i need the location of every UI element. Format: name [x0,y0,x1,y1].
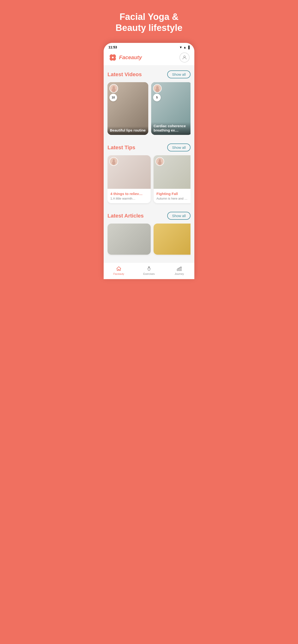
latest-tips-header: Latest Tips Show all [107,144,191,152]
video-avatar-2 [153,84,162,93]
article-card[interactable] [154,224,191,255]
wifi-icon: ▼ [179,46,182,49]
video-card[interactable]: 5 Cardiac coherence breathing ex… [151,82,191,135]
show-all-articles-button[interactable]: Show all [167,212,191,220]
tip-title-1: 4 things to reliev… [110,192,148,196]
articles-row [107,224,191,256]
video-avatar-1 [109,84,118,93]
show-all-tips-button[interactable]: Show all [167,144,191,152]
latest-tips-title: Latest Tips [107,144,135,151]
status-icons: ▼ ▲ ▐ [179,46,190,49]
article-image-1 [107,224,151,255]
journey-icon [176,266,182,272]
tip-card[interactable]: 4 things to reliev… 1.A little warmth… [107,155,151,203]
logo-area: Faceauty [108,53,142,62]
outer-wrapper: Facial Yoga & Beauty lifestyle 11:53 ▼ ▲… [99,0,199,279]
nav-item-exercises[interactable]: Exercises [134,264,164,276]
video-thumbnail-1: 10 Beautiful lips routine [107,82,148,135]
latest-articles-section: Latest Articles Show all [104,207,194,258]
bottom-nav: Faceauty Exercises [104,262,194,279]
nav-label-journey: Journey [175,272,184,275]
nav-item-faceauty[interactable]: Faceauty [104,264,134,276]
status-time: 11:53 [108,45,117,49]
tip-body-1: 4 things to reliev… 1.A little warmth… [107,189,151,203]
signal-icon: ▲ [183,46,186,49]
latest-tips-section: Latest Tips Show all [104,139,194,207]
tips-row: 4 things to reliev… 1.A little warmth… [107,155,191,205]
article-card[interactable] [107,224,151,255]
latest-videos-title: Latest Videos [107,72,142,78]
video-timer-1: 10 [109,94,117,101]
tip-title-2: Fighting Fall [157,192,191,196]
nav-label-faceauty: Faceauty [113,272,124,275]
svg-rect-19 [179,268,180,271]
avatar-face-icon-2 [154,84,161,92]
app-name-label: Faceauty [119,54,142,60]
video-card[interactable]: 10 Beautiful lips routine [107,82,148,135]
profile-icon [182,55,187,60]
tip-image-2 [154,155,191,189]
tip-avatar-icon-2 [156,158,164,165]
status-bar: 11:53 ▼ ▲ ▐ [104,43,194,50]
svg-point-12 [112,161,115,165]
tip-desc-2: Autumn is here and … [157,197,191,200]
tip-image-1 [107,155,151,189]
nav-item-journey[interactable]: Journey [164,264,194,276]
latest-articles-header: Latest Articles Show all [107,212,191,220]
phone-frame: 11:53 ▼ ▲ ▐ Faceauty [104,43,194,279]
tip-card[interactable]: Fighting Fall Autumn is here and … [154,155,191,203]
battery-icon: ▐ [187,46,190,49]
home-icon [116,266,122,272]
exercise-icon [146,266,152,272]
app-header: Faceauty [104,50,194,66]
svg-point-15 [158,161,162,165]
tip-desc-1: 1.A little warmth… [110,197,148,200]
videos-row: 10 Beautiful lips routine [107,82,191,137]
latest-videos-section: Latest Videos Show all [104,66,194,139]
svg-point-7 [156,88,159,92]
avatar-face-icon [110,84,117,92]
tip-body-2: Fighting Fall Autumn is here and … [154,189,191,203]
show-all-videos-button[interactable]: Show all [167,70,191,78]
tip-avatar-2 [156,157,164,166]
svg-point-4 [112,88,116,92]
svg-rect-18 [177,269,178,271]
tip-avatar-icon-1 [110,158,117,165]
latest-articles-title: Latest Articles [107,213,144,219]
logo-icon [108,53,117,62]
article-image-2 [154,224,191,255]
video-timer-2: 5 [153,94,161,101]
latest-videos-header: Latest Videos Show all [107,70,191,78]
video-thumbnail-2: 5 Cardiac coherence breathing ex… [151,82,191,135]
tip-avatar-1 [109,157,118,166]
svg-point-17 [148,267,150,268]
video-label-1: Beautiful lips routine [107,126,148,135]
content-area: Latest Videos Show all [104,66,194,262]
video-label-2: Cardiac coherence breathing ex… [151,122,191,135]
hero-title: Facial Yoga & Beauty lifestyle [99,0,199,43]
svg-point-0 [112,57,113,58]
nav-label-exercises: Exercises [143,272,155,275]
profile-button[interactable] [180,52,190,62]
svg-point-1 [184,56,185,58]
